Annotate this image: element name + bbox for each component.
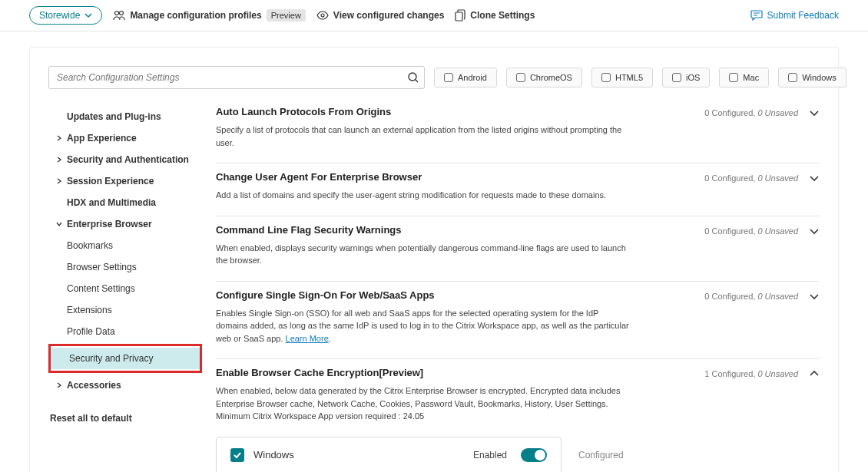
setting-cmd-flag: Command Line Flag Security WarningsWhen …: [216, 216, 820, 282]
chevron-down-icon[interactable]: [809, 173, 820, 183]
feedback-label: Submit Feedback: [767, 10, 839, 21]
nav-browser-settings[interactable]: Browser Settings: [48, 256, 202, 278]
svg-rect-3: [456, 12, 462, 21]
setting-auto-launch: Auto Launch Protocols From OriginsSpecif…: [216, 106, 820, 163]
setting-sso: Configure Single Sign-On For Web/SaaS Ap…: [216, 282, 820, 360]
svg-point-4: [409, 73, 416, 81]
os-label: ChromeOS: [530, 73, 572, 82]
setting-status: 0 Configured, 0 Unsaved: [704, 292, 798, 301]
setting-title: Change User Agent For Enterprise Browser: [216, 171, 606, 183]
sidebar: Updates and Plug-ins App Experience Secu…: [48, 106, 202, 472]
chevron-down-icon[interactable]: [809, 107, 820, 118]
os-chip-windows[interactable]: Windows: [778, 68, 846, 87]
os-checkbox[interactable]: [230, 448, 244, 462]
svg-point-0: [115, 12, 119, 15]
highlight-annotation: Security and Privacy: [48, 344, 202, 373]
checkbox-icon: [788, 73, 797, 82]
setting-user-agent: Change User Agent For Enterprise Browser…: [216, 163, 820, 216]
submit-feedback-link[interactable]: Submit Feedback: [750, 10, 839, 21]
nav-label: Security and Privacy: [69, 353, 153, 364]
chevron-down-icon: [84, 12, 92, 19]
reset-all-link[interactable]: Reset all to default: [48, 413, 202, 424]
enabled-label: Enabled: [473, 450, 507, 460]
nav-label: Security and Authentication: [67, 154, 189, 165]
top-bar: Storewide Manage configuration profiles …: [0, 0, 868, 31]
nav-content-settings[interactable]: Content Settings: [48, 278, 202, 299]
nav-bookmarks[interactable]: Bookmarks: [48, 235, 202, 256]
nav-session-experience[interactable]: Session Experience: [48, 170, 202, 192]
os-chip-android[interactable]: Android: [434, 68, 497, 87]
setting-status: 0 Configured, 0 Unsaved: [704, 226, 798, 236]
view-label: View configured changes: [333, 10, 444, 21]
search-icon[interactable]: [408, 72, 419, 83]
os-config-card: WindowsEnabled: [216, 437, 562, 473]
nav-accessories[interactable]: Accessories: [48, 375, 202, 396]
chevron-right-icon: [56, 135, 62, 141]
os-chip-ios[interactable]: iOS: [662, 68, 710, 87]
nav-enterprise-browser[interactable]: Enterprise Browser: [48, 213, 202, 235]
chevron-right-icon: [56, 178, 62, 184]
checkbox-icon: [729, 73, 738, 82]
eye-icon: [316, 11, 329, 20]
setting-panel: WindowsEnabledConfigured: [216, 437, 820, 473]
os-label: Mac: [743, 73, 759, 82]
os-label: Android: [458, 73, 487, 82]
setting-description: Enables Single Sign-on (SSO) for all web…: [216, 307, 631, 345]
checkbox-icon: [601, 73, 611, 82]
nav-label: Session Experience: [67, 176, 154, 186]
nav-app-experience[interactable]: App Experience: [48, 127, 202, 149]
scope-label: Storewide: [39, 10, 80, 21]
os-chip-html5[interactable]: HTML5: [591, 68, 653, 87]
svg-point-1: [120, 12, 124, 15]
chat-icon: [750, 10, 763, 21]
settings-list: Auto Launch Protocols From OriginsSpecif…: [216, 106, 820, 472]
os-name-label: Windows: [253, 449, 464, 460]
search-input[interactable]: [48, 66, 425, 89]
clone-label: Clone Settings: [470, 10, 535, 21]
checkbox-icon: [516, 73, 525, 82]
learn-more-link[interactable]: Learn More: [286, 334, 329, 343]
nav-updates[interactable]: Updates and Plug-ins: [48, 106, 202, 127]
setting-description: Add a list of domains and specify the us…: [216, 189, 606, 202]
setting-status: 0 Configured, 0 Unsaved: [704, 173, 798, 183]
os-chip-mac[interactable]: Mac: [719, 68, 769, 87]
nav-profile-data[interactable]: Profile Data: [48, 321, 202, 342]
setting-title: Configure Single Sign-On For Web/SaaS Ap…: [216, 289, 631, 301]
os-chip-chromeos[interactable]: ChromeOS: [506, 68, 582, 87]
setting-description: Specify a list of protocols that can lau…: [216, 124, 631, 149]
nav-security-auth[interactable]: Security and Authentication: [48, 149, 202, 170]
setting-title: Enable Browser Cache Encryption[Preview]: [216, 367, 631, 378]
clone-icon: [455, 9, 465, 21]
chevron-down-icon[interactable]: [809, 226, 820, 236]
scope-dropdown[interactable]: Storewide: [29, 6, 102, 25]
os-filter-row: Android ChromeOS HTML5 iOS Mac Windows: [434, 68, 846, 87]
setting-status: 1 Configured, 0 Unsaved: [704, 369, 798, 378]
setting-title: Command Line Flag Security Warnings: [216, 224, 631, 236]
users-icon: [113, 10, 125, 21]
nav-label: Enterprise Browser: [67, 219, 152, 229]
configured-status: Configured: [578, 450, 624, 460]
nav-security-privacy[interactable]: Security and Privacy: [51, 348, 200, 369]
nav-label: App Experience: [67, 133, 137, 144]
setting-description: When enabled, displays security warnings…: [216, 242, 631, 267]
manage-label: Manage configuration profiles: [130, 10, 261, 21]
setting-cache-enc: Enable Browser Cache Encryption[Preview]…: [216, 359, 820, 472]
enabled-toggle[interactable]: [521, 448, 547, 462]
chevron-right-icon: [56, 157, 62, 163]
search-wrapper: [48, 66, 425, 89]
os-label: Windows: [802, 73, 837, 82]
view-changes-link[interactable]: View configured changes: [316, 10, 444, 21]
clone-settings-link[interactable]: Clone Settings: [455, 9, 535, 21]
nav-label: HDX and Multimedia: [67, 197, 156, 208]
chevron-up-icon[interactable]: [809, 368, 820, 379]
checkbox-icon: [672, 73, 681, 82]
nav-label: Bookmarks: [67, 240, 113, 251]
setting-status: 0 Configured, 0 Unsaved: [704, 108, 798, 117]
nav-hdx[interactable]: HDX and Multimedia: [48, 192, 202, 213]
chevron-down-icon[interactable]: [809, 291, 820, 302]
nav-label: Accessories: [67, 380, 121, 391]
nav-label: Updates and Plug-ins: [67, 111, 161, 122]
nav-extensions[interactable]: Extensions: [48, 299, 202, 321]
manage-profiles-link[interactable]: Manage configuration profiles Preview: [113, 9, 305, 21]
os-label: iOS: [686, 73, 700, 82]
